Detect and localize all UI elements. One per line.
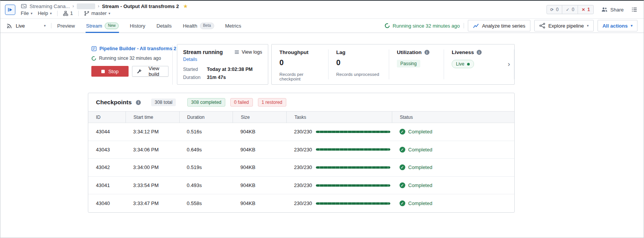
resources-button[interactable]: 1 (63, 10, 73, 16)
utilization-status-badge: Passing (397, 60, 420, 67)
branch-name: master (91, 10, 107, 16)
metrics-card: Throughput 0 Records per checkpoint Lag … (271, 44, 515, 85)
task-progress-bar (316, 148, 390, 151)
checkpoints-table: ID Start time Duration Size Tasks Status… (88, 111, 514, 212)
column-header-start-time: Start time (125, 112, 179, 123)
checks-failed-button[interactable]: ✕ 1 (578, 5, 593, 14)
share-button[interactable]: Share (601, 7, 624, 13)
checkpoint-tasks-cell: 230/230 (286, 182, 391, 188)
check-circle-icon: ✓ (400, 164, 405, 170)
checkpoint-task-count: 230/230 (294, 129, 312, 135)
throughput-metric: Throughput 0 Records per checkpoint (272, 49, 329, 79)
pipeline-actions: Stop View build (91, 66, 168, 77)
checkpoint-row[interactable]: 43044 3:34:12 PM 0.516s 904KB 230/230 ✓ … (88, 123, 514, 141)
pipeline-builder-link[interactable]: Pipeline Builder - All transforms 2 (91, 46, 168, 51)
explore-pipeline-button[interactable]: Explore pipeline ▾ (534, 20, 594, 31)
checkpoint-start-time: 3:33:54 PM (125, 182, 179, 188)
chevron-down-icon: ▾ (50, 11, 52, 15)
started-row: Started Today at 3:02:38 PM (183, 67, 262, 72)
tab-details[interactable]: Details (156, 19, 172, 33)
column-header-tasks: Tasks (286, 112, 391, 123)
view-build-button[interactable]: View build (132, 66, 168, 77)
menu-bar: File ▾ Help ▾ (21, 10, 188, 16)
divider (51, 23, 51, 28)
task-progress-fill (316, 148, 390, 151)
main-content: Pipeline Builder - All transforms 2 Runn… (0, 33, 644, 213)
check-icon: ✓ (566, 7, 569, 12)
running-spinner-icon (385, 23, 390, 28)
info-icon[interactable]: i (424, 50, 429, 55)
tab-preview[interactable]: Preview (57, 19, 75, 33)
checkpoint-row[interactable]: 43041 3:33:54 PM 0.493s 904KB 230/230 ✓ … (88, 177, 514, 195)
favorite-star-icon[interactable]: ★ (183, 3, 188, 9)
breadcrumb-redacted-segment[interactable] (77, 3, 95, 9)
divider (464, 23, 464, 28)
checkpoint-duration: 0.558s (179, 200, 233, 206)
checkpoint-table-body: 43044 3:34:12 PM 0.516s 904KB 230/230 ✓ … (88, 123, 514, 212)
stop-button[interactable]: Stop (91, 66, 129, 77)
tab-history[interactable]: History (129, 19, 145, 33)
expand-metrics-chevron[interactable]: › (508, 60, 510, 68)
duration-row: Duration 31m 47s (183, 75, 262, 80)
beta-badge: Beta (200, 23, 214, 29)
live-mode-dropdown[interactable]: Live ▾ (7, 19, 46, 33)
chevron-down-icon: ▾ (631, 24, 632, 28)
overflow-menu-icon[interactable] (631, 7, 637, 13)
task-progress-fill (316, 131, 390, 133)
checkpoints-header: Checkpoints i 308 total 308 completed 0 … (88, 93, 514, 111)
checkpoint-task-count: 230/230 (294, 164, 312, 170)
checkpoint-id: 43044 (88, 129, 125, 135)
tab-label: History (130, 23, 145, 29)
task-progress-bar (316, 166, 390, 169)
task-progress-bar (316, 131, 390, 133)
help-menu[interactable]: Help ▾ (38, 10, 51, 16)
breadcrumb-separator: › (73, 3, 74, 9)
checks-passed-button[interactable]: ✓ 0 (562, 5, 578, 14)
people-icon (601, 7, 608, 13)
sync-status-button[interactable]: ⟳ 0 (547, 5, 563, 14)
breadcrumb-project-link[interactable]: Streaming Cana... (30, 3, 70, 9)
checkpoint-status-cell: ✓ Completed (392, 164, 514, 170)
tab-stream[interactable]: Stream New (86, 19, 119, 33)
play-icon (7, 7, 13, 13)
stop-icon (101, 70, 105, 73)
info-icon[interactable]: i (136, 100, 141, 105)
checkpoint-task-count: 230/230 (294, 147, 312, 153)
topbar-left: Streaming Cana... › › Stream - Output Al… (21, 1, 188, 18)
file-menu[interactable]: File ▾ (21, 10, 32, 16)
checkpoint-row[interactable]: 43043 3:34:06 PM 0.649s 904KB 230/230 ✓ … (88, 141, 514, 159)
checkpoint-row[interactable]: 43040 3:33:47 PM 0.558s 904KB 230/230 ✓ … (88, 194, 514, 212)
app-logo-icon[interactable] (5, 5, 15, 15)
completed-badge: 308 completed (187, 98, 225, 107)
checkpoint-row[interactable]: 43042 3:34:00 PM 0.519s 904KB 230/230 ✓ … (88, 159, 514, 177)
pipeline-builder-title: Pipeline Builder - All transforms 2 (99, 46, 176, 51)
checkpoint-task-count: 230/230 (294, 182, 312, 188)
all-actions-button[interactable]: All actions ▾ (598, 20, 637, 31)
checkpoint-start-time: 3:34:12 PM (125, 129, 179, 135)
resources-count: 1 (70, 10, 73, 16)
checkpoint-start-time: 3:34:00 PM (125, 164, 179, 170)
checkpoint-status-text: Completed (408, 182, 433, 188)
throughput-label: Throughput (279, 49, 309, 55)
tab-health[interactable]: Health Beta (182, 19, 214, 33)
analyze-time-series-button[interactable]: Analyze time series (468, 20, 530, 31)
info-icon[interactable]: i (477, 50, 482, 55)
tabbar-actions: Running since 32 minutes ago Analyze tim… (385, 19, 637, 33)
explore-label: Explore pipeline (548, 23, 584, 29)
task-progress-bar (316, 184, 390, 187)
feed-icon (7, 23, 12, 29)
stream-resource-icon (21, 3, 27, 9)
view-logs-button[interactable]: View logs (234, 49, 262, 55)
details-link[interactable]: Details (183, 57, 197, 62)
branch-selector[interactable]: master ▾ (84, 10, 110, 16)
check-circle-icon: ✓ (400, 182, 405, 188)
refresh-icon: ⟳ (550, 7, 554, 12)
tab-metrics[interactable]: Metrics (225, 19, 242, 33)
checkpoint-start-time: 3:33:47 PM (125, 200, 179, 206)
checkpoint-duration: 0.493s (179, 182, 233, 188)
total-badge: 308 total (151, 98, 176, 106)
checkpoint-size: 904KB (233, 182, 286, 188)
throughput-value: 0 (279, 58, 320, 67)
liveness-status-text: Live (456, 61, 464, 67)
check-circle-icon: ✓ (400, 129, 405, 135)
